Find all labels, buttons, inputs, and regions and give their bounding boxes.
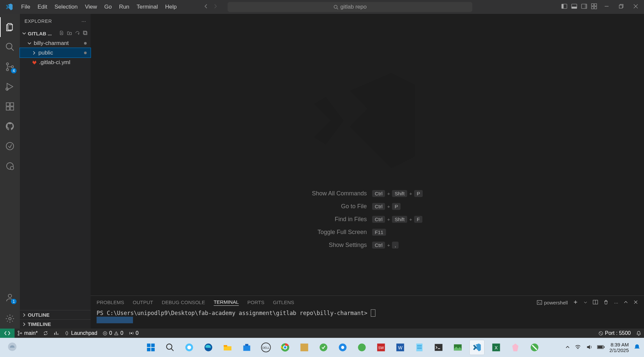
taskbar-chrome[interactable]: [278, 340, 292, 355]
menu-selection[interactable]: Selection: [51, 2, 81, 12]
taskbar-explorer[interactable]: [220, 340, 235, 355]
activity-search[interactable]: [0, 37, 20, 57]
window-close-icon[interactable]: [633, 4, 638, 10]
taskbar-start[interactable]: [144, 340, 158, 355]
taskbar-app6[interactable]: [527, 340, 542, 355]
window-minimize-icon[interactable]: [604, 4, 609, 10]
terminal-body[interactable]: PS C:\Users\unipodlp9\Desktop\fab-academ…: [91, 309, 644, 329]
nav-forward-icon[interactable]: [212, 3, 218, 11]
status-notifications[interactable]: [633, 331, 644, 336]
activity-debug[interactable]: [0, 77, 20, 97]
taskbar-copilot[interactable]: [182, 340, 196, 355]
command-center-search[interactable]: gitlab repo: [228, 2, 472, 12]
workspace-section-header[interactable]: GITLAB ...: [20, 28, 91, 38]
menu-file[interactable]: File: [18, 2, 33, 12]
panel-tab-gitlens[interactable]: GITLENS: [273, 299, 294, 306]
panel-more-icon[interactable]: ···: [614, 300, 618, 305]
taskbar-app3[interactable]: [335, 340, 350, 355]
toggle-primary-sidebar-icon[interactable]: [561, 3, 567, 11]
explorer-more-icon[interactable]: ···: [81, 19, 86, 24]
taskbar-notepad[interactable]: [412, 340, 427, 355]
taskbar-cmd[interactable]: [431, 340, 446, 355]
taskbar-weather-icon[interactable]: [7, 341, 18, 354]
tree-file-gitlab-ci[interactable]: .gitlab-ci.yml: [20, 58, 91, 67]
window-restore-icon[interactable]: [619, 4, 623, 10]
tray-notifications-icon[interactable]: [633, 343, 641, 352]
svg-rect-9: [594, 4, 597, 6]
panel-tab-problems[interactable]: PROBLEMS: [97, 299, 124, 306]
tray-wifi-icon[interactable]: [575, 344, 581, 351]
status-ports[interactable]: 0: [126, 330, 141, 336]
panel-close-icon[interactable]: [633, 300, 638, 305]
svg-point-31: [9, 317, 11, 320]
refresh-icon[interactable]: [75, 30, 80, 37]
tree-folder-root[interactable]: billy-charmant: [20, 38, 91, 48]
activity-explorer[interactable]: [0, 17, 20, 37]
tray-battery-icon[interactable]: [597, 344, 605, 351]
panel-tab-debug[interactable]: DEBUG CONSOLE: [162, 299, 205, 306]
tray-chevron-icon[interactable]: [565, 345, 570, 350]
status-graph[interactable]: [51, 331, 62, 336]
menu-view[interactable]: View: [82, 2, 101, 12]
taskbar-photos[interactable]: [451, 340, 465, 355]
activity-accounts[interactable]: 1: [0, 288, 20, 307]
panel-tab-terminal[interactable]: TERMINAL: [214, 299, 239, 306]
tree-folder-label: billy-charmant: [34, 40, 69, 47]
menu-terminal[interactable]: Terminal: [133, 2, 161, 12]
tray-volume-icon[interactable]: [586, 344, 592, 351]
activity-bar: 4 1: [0, 14, 20, 329]
tree-folder-label: public: [38, 50, 53, 56]
status-problems[interactable]: 0 0: [100, 330, 126, 336]
panel-tab-ports[interactable]: PORTS: [247, 299, 264, 306]
taskbar-app4[interactable]: [355, 340, 369, 355]
taskbar-dell[interactable]: DELL: [259, 340, 273, 355]
taskbar-app1[interactable]: [297, 340, 312, 355]
activity-settings[interactable]: [0, 309, 20, 329]
remote-indicator[interactable]: [0, 329, 15, 338]
taskbar-excel[interactable]: X: [489, 340, 503, 355]
menu-edit[interactable]: Edit: [34, 2, 50, 12]
search-icon: [333, 5, 338, 10]
toggle-secondary-sidebar-icon[interactable]: [581, 3, 587, 11]
toggle-panel-icon[interactable]: [571, 3, 577, 11]
terminal-profile-label[interactable]: powershell: [537, 300, 568, 305]
taskbar-solidworks[interactable]: SW: [374, 340, 388, 355]
menu-go[interactable]: Go: [101, 2, 115, 12]
terminal-selection: [97, 317, 133, 323]
collapse-all-icon[interactable]: [83, 30, 88, 37]
status-branch[interactable]: main*: [15, 330, 40, 336]
svg-line-18: [11, 48, 14, 51]
timeline-section[interactable]: TIMELINE: [20, 319, 91, 329]
taskbar-vscode[interactable]: [470, 340, 484, 355]
menu-help[interactable]: Help: [162, 2, 180, 12]
taskbar-edge[interactable]: [201, 340, 216, 355]
activity-gitlens[interactable]: [0, 136, 20, 156]
taskbar-search[interactable]: [163, 340, 177, 355]
taskbar-word[interactable]: W: [393, 340, 408, 355]
new-terminal-icon[interactable]: [573, 299, 578, 306]
taskbar-store[interactable]: [239, 340, 254, 355]
split-terminal-icon[interactable]: [593, 299, 598, 306]
activity-source-control[interactable]: 4: [0, 57, 20, 77]
terminal-dropdown-icon[interactable]: [583, 300, 587, 305]
tray-clock[interactable]: 8:39 AM 2/1/2025: [610, 342, 629, 353]
taskbar-app5[interactable]: [508, 340, 523, 355]
key-ctrl: Ctrl: [372, 190, 385, 197]
nav-back-icon[interactable]: [203, 3, 209, 11]
taskbar-app2[interactable]: [316, 340, 331, 355]
panel-tab-output[interactable]: OUTPUT: [133, 299, 153, 306]
panel-maximize-icon[interactable]: [623, 300, 628, 305]
activity-extensions[interactable]: [0, 97, 20, 116]
kill-terminal-icon[interactable]: [603, 299, 609, 306]
status-launchpad[interactable]: Launchpad: [62, 330, 100, 336]
new-folder-icon[interactable]: [67, 30, 72, 37]
tree-folder-public[interactable]: public: [20, 48, 91, 58]
menu-run[interactable]: Run: [116, 2, 133, 12]
outline-section[interactable]: OUTLINE: [20, 310, 91, 319]
activity-github[interactable]: [0, 116, 20, 136]
status-live-server[interactable]: Port : 5500: [596, 330, 633, 336]
new-file-icon[interactable]: [59, 30, 64, 37]
activity-extra[interactable]: [0, 156, 20, 176]
customize-layout-icon[interactable]: [591, 3, 597, 11]
status-sync[interactable]: [40, 331, 51, 336]
